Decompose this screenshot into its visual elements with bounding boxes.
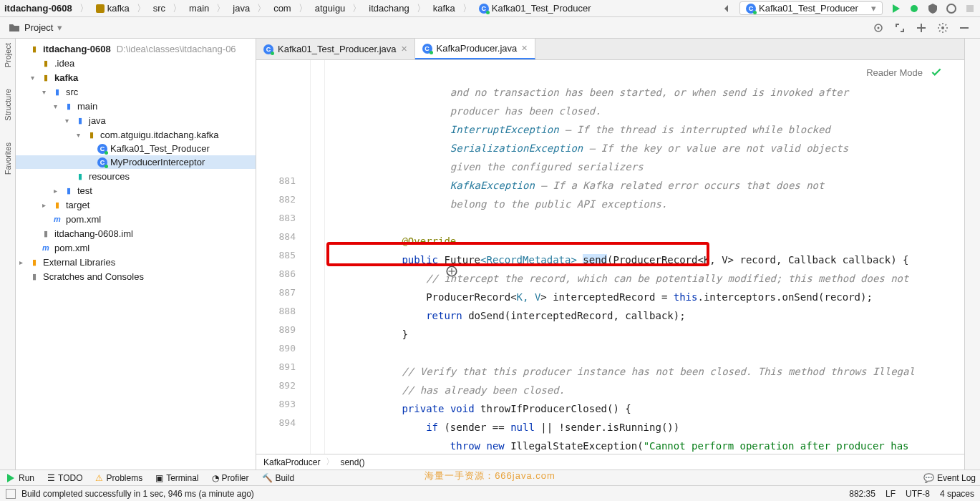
- encoding[interactable]: UTF-8: [906, 489, 930, 499]
- svg-point-1: [947, 4, 956, 13]
- tree-node-selected: CMyProducerInterceptor: [16, 155, 256, 169]
- run-icon[interactable]: [890, 3, 901, 14]
- project-stripe-button[interactable]: Project: [4, 43, 12, 67]
- close-icon[interactable]: ✕: [521, 44, 528, 53]
- line-ending[interactable]: LF: [886, 489, 896, 499]
- mouse-cursor-icon: [445, 265, 458, 278]
- close-icon[interactable]: ✕: [401, 44, 407, 54]
- structure-stripe-button[interactable]: Structure: [4, 89, 12, 121]
- back-icon[interactable]: [721, 3, 732, 14]
- coverage-icon[interactable]: [927, 3, 938, 14]
- statusbar-icon[interactable]: [6, 489, 16, 499]
- svg-point-4: [878, 26, 880, 29]
- nav-breadcrumb-bar: itdachang-0608〉 kafka〉 src〉 main〉 java〉 …: [0, 0, 980, 17]
- debug-icon[interactable]: [908, 3, 920, 14]
- eventlog-toolwindow[interactable]: 💬Event Log: [923, 473, 976, 483]
- stop-icon[interactable]: [964, 3, 976, 14]
- build-status: Build completed successfully in 1 sec, 9…: [21, 489, 254, 499]
- problems-toolwindow[interactable]: ⚠Problems: [95, 473, 142, 483]
- svg-rect-2: [966, 5, 974, 12]
- left-toolstrip: Project Structure Favorites: [0, 39, 16, 470]
- right-toolstrip: [964, 39, 980, 470]
- project-tree[interactable]: ▮itdachang-0608D:\idea\classes\itdachang…: [16, 39, 256, 470]
- project-icon: [9, 22, 20, 34]
- svg-point-5: [941, 26, 944, 29]
- breadcrumb[interactable]: itdachang-0608〉 kafka〉 src〉 main〉 java〉 …: [4, 2, 591, 15]
- svg-point-0: [911, 5, 918, 12]
- hide-icon[interactable]: [959, 22, 970, 34]
- caret-position[interactable]: 882:35: [849, 489, 875, 499]
- locate-icon[interactable]: [873, 22, 884, 34]
- run-config-select[interactable]: CKafka01_Test_Producer ▾: [739, 1, 883, 15]
- expand-icon[interactable]: [894, 22, 906, 34]
- crumb-root[interactable]: itdachang-0608: [4, 3, 72, 14]
- terminal-toolwindow[interactable]: ▣Terminal: [155, 473, 198, 483]
- todo-toolwindow[interactable]: ☰TODO: [47, 473, 82, 483]
- editor-crumbs[interactable]: KafkaProducer〉send(): [256, 454, 964, 470]
- tab-kafka01[interactable]: CKafka01_Test_Producer.java✕: [256, 39, 415, 59]
- status-bar: Build completed successfully in 1 sec, 9…: [0, 485, 980, 501]
- profiler-icon[interactable]: [946, 3, 957, 14]
- project-tool-title[interactable]: Project ▾: [4, 21, 67, 35]
- run-toolwindow[interactable]: Run: [4, 472, 34, 484]
- gear-icon[interactable]: [937, 22, 949, 34]
- profiler-toolwindow[interactable]: ◔Profiler: [212, 473, 249, 483]
- build-toolwindow[interactable]: 🔨Build: [262, 473, 295, 483]
- run-config-label: Kafka01_Test_Producer: [759, 3, 858, 14]
- favorites-stripe-button[interactable]: Favorites: [4, 142, 12, 175]
- indent[interactable]: 4 spaces: [940, 489, 974, 499]
- line-gutter: 881 882 883884885 886887888 889890891 89…: [256, 60, 311, 454]
- editor-tabs: CKafka01_Test_Producer.java✕ CKafkaProdu…: [256, 39, 964, 60]
- project-toolbar: Project ▾: [0, 17, 980, 39]
- tab-kafkaproducer[interactable]: CKafkaProducer.java✕: [415, 39, 536, 59]
- code-editor[interactable]: and no transaction has been started, or …: [325, 60, 964, 454]
- watermark: 海量一手资源：666java.com: [424, 470, 556, 482]
- collapse-icon[interactable]: [916, 22, 927, 34]
